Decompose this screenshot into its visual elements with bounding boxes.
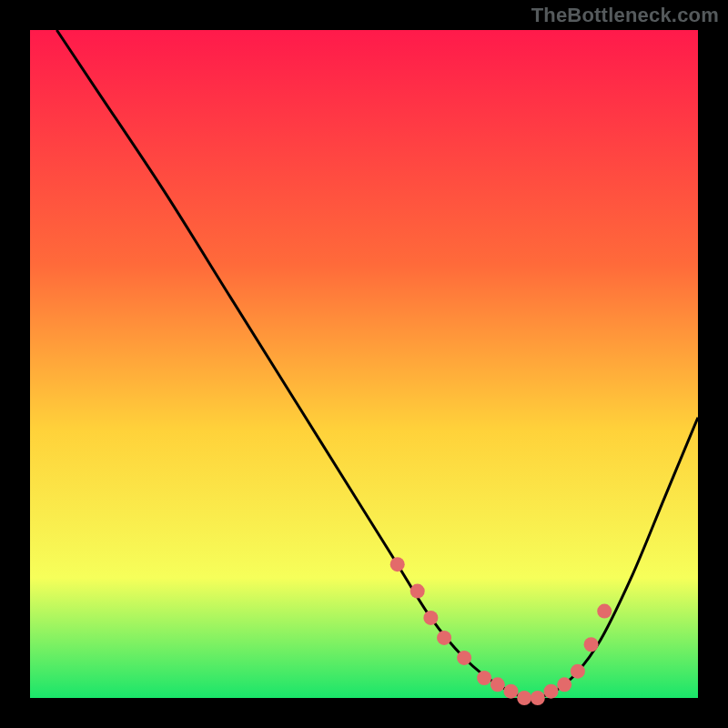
data-marker: [423, 611, 438, 625]
data-marker: [517, 691, 531, 705]
data-marker: [544, 684, 559, 699]
watermark-text: TheBottleneck.com: [531, 4, 719, 27]
data-marker: [503, 684, 518, 699]
data-marker: [390, 557, 405, 571]
data-marker: [557, 677, 571, 692]
data-marker: [490, 677, 505, 692]
data-marker: [597, 604, 612, 619]
plot-background: [30, 30, 698, 698]
chart-svg: [0, 0, 728, 728]
data-marker: [437, 631, 451, 645]
data-marker: [571, 664, 585, 679]
data-marker: [457, 651, 471, 665]
data-marker: [584, 637, 599, 652]
data-marker: [410, 584, 425, 599]
data-marker: [531, 691, 545, 705]
chart-stage: TheBottleneck.com: [0, 0, 728, 728]
data-marker: [477, 671, 491, 685]
